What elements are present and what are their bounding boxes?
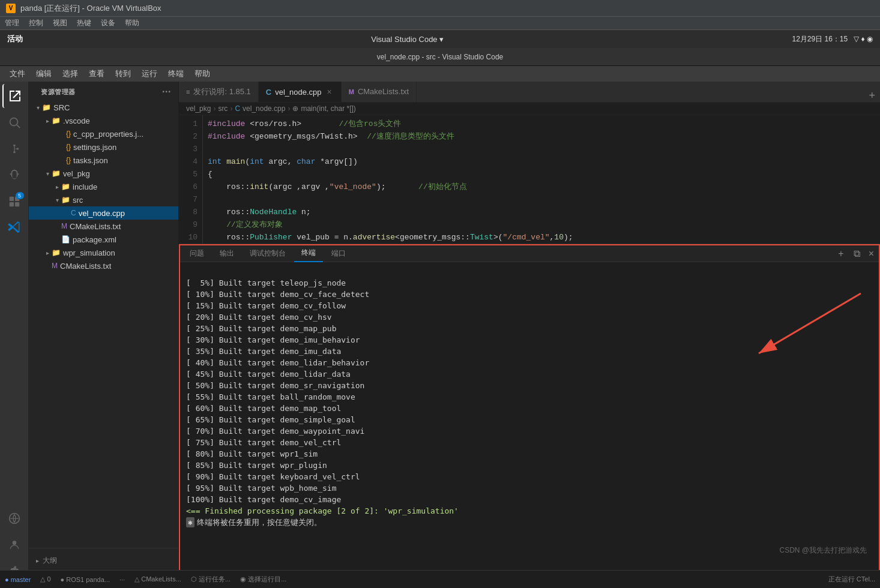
taskbar-item3[interactable]: ⬡ 运行任务...: [191, 575, 231, 584]
menu-view[interactable]: 查看: [84, 67, 109, 80]
code-editor[interactable]: 1 2 3 4 5 6 7 8 9 10 #include <ros: [179, 115, 880, 244]
term-line-reuse: ✱终端将被任务重用，按任意键关闭。: [186, 517, 873, 528]
ubuntu-system-icons[interactable]: ▽ ♦ ◉: [854, 35, 873, 43]
tree-vel-pkg[interactable]: ▾ 📁 vel_pkg: [29, 167, 178, 180]
tab-cmake[interactable]: M CMakeLists.txt: [342, 82, 417, 102]
breadcrumb-src[interactable]: src: [218, 104, 228, 113]
code-line-9: //定义发布对象: [208, 218, 875, 231]
line-num-9: 9: [179, 218, 197, 231]
breadcrumb-file[interactable]: vel_node.cpp: [243, 104, 285, 113]
term-add-btn[interactable]: +: [834, 248, 847, 259]
tree-cpp-props[interactable]: {} c_cpp_properties.j...: [29, 127, 178, 140]
svg-point-3: [13, 145, 16, 147]
vm-menu-view[interactable]: 视图: [53, 18, 67, 28]
svg-line-1: [17, 125, 20, 128]
activity-extensions[interactable]: 5: [2, 190, 26, 214]
code-line-3: [208, 143, 875, 155]
term-line-95: [ 95%] Built target wpb_home_sim: [186, 482, 873, 494]
vm-menu-device[interactable]: 设备: [101, 18, 115, 28]
term-close-btn[interactable]: ×: [866, 248, 876, 259]
folder-icon: 📁: [42, 103, 51, 112]
menu-terminal[interactable]: 终端: [163, 67, 188, 80]
sidebar-header: 资源管理器 ···: [29, 82, 178, 100]
menu-goto[interactable]: 转到: [110, 67, 136, 80]
menu-select[interactable]: 选择: [58, 67, 83, 80]
terminal-content[interactable]: [ 5%] Built target teleop_js_node [ 10%]…: [180, 262, 879, 574]
term-tab-problems[interactable]: 问题: [182, 245, 211, 262]
menu-file[interactable]: 文件: [5, 67, 30, 80]
tree-arrow-src-folder: ▾: [53, 197, 61, 203]
activity-git[interactable]: [2, 137, 26, 161]
sidebar-options[interactable]: ···: [162, 86, 171, 97]
code-line-4: int main(int argc, char *argv[]): [208, 155, 875, 168]
folder-icon-vscode: 📁: [52, 116, 61, 125]
term-line-40: [ 40%] Built target demo_lidar_behavior: [186, 357, 873, 368]
breadcrumb-vel-pkg[interactable]: vel_pkg: [186, 104, 211, 113]
vm-menu-control[interactable]: 控制: [29, 18, 43, 28]
code-content[interactable]: #include <ros/ros.h> //包含ros头文件 #include…: [203, 115, 880, 244]
taskbar-item1[interactable]: ● ROS1 panda...: [61, 576, 110, 583]
term-tab-ports[interactable]: 端口: [324, 245, 353, 262]
tree-label-cmake: CMakeLists.txt: [70, 222, 121, 231]
tree-cmake-lists[interactable]: M CMakeLists.txt: [29, 220, 178, 233]
term-line-20: [ 20%] Built target demo_cv_hsv: [186, 311, 873, 323]
activity-search[interactable]: [2, 110, 26, 134]
menu-run[interactable]: 运行: [137, 67, 162, 80]
csdn-watermark: CSDN @我先去打把游戏先: [779, 545, 867, 556]
activity-account[interactable]: [2, 533, 26, 557]
ubuntu-datetime: 12月29日 16：15: [792, 34, 848, 44]
tab-close-vel-node[interactable]: ×: [325, 86, 334, 97]
taskbar-item4[interactable]: ◉ 选择运行目...: [240, 575, 286, 584]
tree-label-include: include: [73, 182, 97, 191]
ubuntu-activities[interactable]: 活动: [7, 34, 23, 44]
folder-icon-include: 📁: [61, 182, 70, 191]
tree-include[interactable]: ▸ 📁 include: [29, 180, 178, 193]
vm-menubar: 管理 控制 视图 热键 设备 帮助: [0, 17, 880, 30]
tree-cmake-root[interactable]: M CMakeLists.txt: [29, 259, 178, 272]
add-terminal-btn[interactable]: +: [864, 89, 880, 102]
svg-point-2: [13, 151, 16, 154]
tree-src-folder[interactable]: ▾ 📁 src: [29, 193, 178, 206]
ubuntu-app-name[interactable]: Visual Studio Code ▾: [371, 35, 444, 44]
term-tab-output[interactable]: 输出: [212, 245, 241, 262]
tree-settings-json[interactable]: {} settings.json: [29, 140, 178, 154]
term-line-15: [ 15%] Built target demo_cv_follow: [186, 300, 873, 311]
activity-explorer[interactable]: [2, 84, 26, 108]
tree-vel-node-cpp[interactable]: C vel_node.cpp: [29, 206, 178, 220]
tree-label-src: SRC: [53, 103, 70, 112]
tree-label-package: package.xml: [73, 235, 116, 244]
tree-src[interactable]: ▾ 📁 SRC: [29, 101, 178, 114]
sidebar-tree: ▾ 📁 SRC ▸ 📁 .vscode {} c_cpp_prope: [29, 100, 178, 548]
tab-vel-node[interactable]: C vel_node.cpp ×: [259, 82, 342, 102]
vm-menu-manage[interactable]: 管理: [5, 18, 19, 28]
menu-help[interactable]: 帮助: [190, 67, 215, 80]
activity-vscode-icon[interactable]: [2, 216, 26, 240]
vm-menu-help[interactable]: 帮助: [125, 18, 139, 28]
json-icon-tasks: {}: [66, 156, 71, 164]
activity-remote[interactable]: [2, 506, 26, 530]
term-line-60: [ 60%] Built target demo_map_tool: [186, 403, 873, 414]
tree-tasks-json[interactable]: {} tasks.json: [29, 154, 178, 167]
vm-menu-hotkey[interactable]: 热键: [77, 18, 91, 28]
vscode-window: vel_node.cpp - src - Visual Studio Code …: [0, 48, 880, 588]
taskbar-right: 正在运行 CTel...: [828, 575, 875, 584]
term-line-65: [ 65%] Built target demo_simple_goal: [186, 414, 873, 425]
tree-wpr-sim[interactable]: ▸ 📁 wpr_simulation: [29, 246, 178, 259]
menu-edit[interactable]: 编辑: [31, 67, 56, 80]
tree-label-vscode: .vscode: [63, 116, 90, 125]
term-tab-terminal[interactable]: 终端: [294, 245, 323, 262]
folder-icon-wpr: 📁: [52, 248, 61, 257]
sidebar-outline[interactable]: ▸ 大纲: [29, 553, 178, 568]
activity-debug[interactable]: [2, 163, 26, 187]
term-split-btn[interactable]: ⧉: [851, 248, 863, 259]
term-line-5: [ 5%] Built target teleop_js_node: [186, 277, 873, 289]
taskbar-item2[interactable]: △ CMakeLists...: [134, 575, 181, 583]
svg-point-4: [16, 148, 19, 150]
tree-vscode-dir[interactable]: ▸ 📁 .vscode: [29, 114, 178, 127]
tab-release-notes[interactable]: ≡ 发行说明: 1.85.1: [179, 82, 259, 102]
tree-package-xml[interactable]: 📄 package.xml: [29, 233, 178, 246]
taskbar-branch[interactable]: ● master: [5, 576, 31, 583]
term-tab-debug[interactable]: 调试控制台: [243, 245, 293, 262]
line-numbers: 1 2 3 4 5 6 7 8 9 10: [179, 115, 203, 244]
breadcrumb-func[interactable]: main(int, char *[]): [301, 104, 355, 113]
